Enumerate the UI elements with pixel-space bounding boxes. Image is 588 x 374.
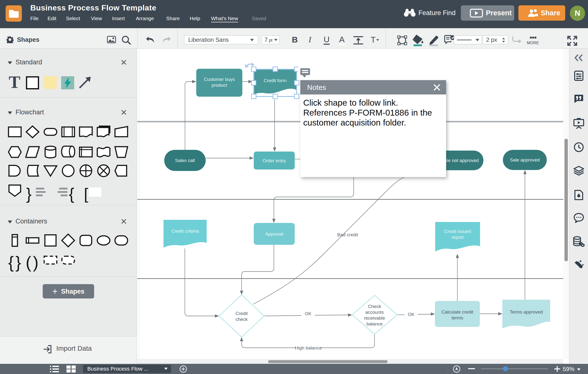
svg-text:Credit: Credit xyxy=(236,311,248,316)
svg-text:Credit form: Credit form xyxy=(264,78,286,83)
svg-text:Bad credit: Bad credit xyxy=(337,232,358,237)
svg-text:receivable: receivable xyxy=(364,316,385,320)
svg-text:Credit issued: Credit issued xyxy=(444,229,471,234)
svg-text:Approval: Approval xyxy=(265,231,283,237)
svg-text:High balance: High balance xyxy=(295,345,322,351)
svg-text:Check: Check xyxy=(368,304,381,309)
svg-text:Calculate credit: Calculate credit xyxy=(441,309,473,315)
svg-text:Sales call: Sales call xyxy=(175,158,195,163)
svg-text:balance: balance xyxy=(367,321,383,326)
svg-text:Order entry: Order entry xyxy=(262,158,286,163)
svg-text:OK: OK xyxy=(408,312,415,317)
svg-text:check: check xyxy=(236,317,248,322)
svg-text:accounts: accounts xyxy=(365,310,384,315)
svg-text:report: report xyxy=(452,235,464,240)
svg-text:Credit criteria: Credit criteria xyxy=(171,229,199,234)
svg-text:OK: OK xyxy=(305,311,312,316)
svg-text:Terms approved: Terms approved xyxy=(510,309,543,315)
svg-text:Sale approved: Sale approved xyxy=(510,157,540,163)
svg-text:Customer buys: Customer buys xyxy=(204,77,235,82)
svg-text:Sale not approved: Sale not approved xyxy=(441,158,479,163)
svg-text:terms: terms xyxy=(452,315,463,320)
svg-text:product: product xyxy=(211,83,227,88)
